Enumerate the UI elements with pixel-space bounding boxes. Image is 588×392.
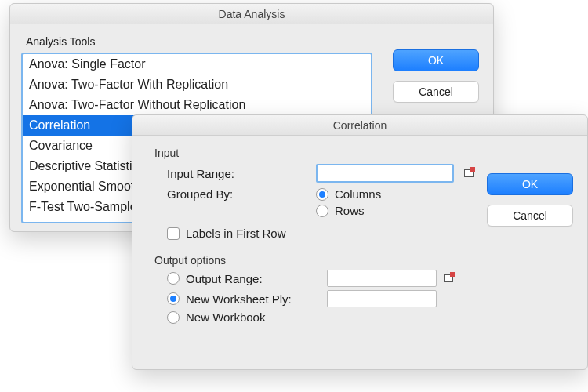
- ok-button[interactable]: OK: [487, 173, 573, 195]
- dialog-title: Data Analysis: [10, 4, 493, 24]
- labels-first-row-checkbox[interactable]: [167, 227, 180, 240]
- new-worksheet-label: New Worksheet Ply:: [186, 292, 321, 306]
- input-range-field[interactable]: [316, 164, 454, 183]
- output-range-label: Output Range:: [186, 272, 321, 285]
- new-workbook-label: New Workbook: [186, 310, 265, 324]
- cancel-button[interactable]: Cancel: [393, 81, 479, 103]
- grouped-rows-label: Rows: [335, 204, 365, 217]
- analysis-tools-label: Analysis Tools: [26, 35, 482, 48]
- new-workbook-radio[interactable]: [167, 311, 180, 324]
- analysis-tool-item[interactable]: Anova: Two-Factor With Replication: [23, 74, 371, 95]
- input-range-label: Input Range:: [167, 167, 308, 180]
- analysis-tool-item[interactable]: Anova: Two-Factor Without Replication: [23, 95, 371, 115]
- range-picker-icon[interactable]: [462, 166, 476, 180]
- grouped-columns-label: Columns: [335, 187, 381, 201]
- correlation-dialog: Correlation Input Input Range: Grouped B…: [132, 114, 588, 370]
- output-range-field[interactable]: [327, 270, 437, 287]
- labels-first-row-label: Labels in First Row: [186, 227, 286, 240]
- output-section-label: Output options: [154, 254, 576, 267]
- new-worksheet-field[interactable]: [327, 290, 437, 307]
- output-range-radio[interactable]: [167, 272, 180, 285]
- new-worksheet-radio[interactable]: [167, 292, 180, 305]
- cancel-button[interactable]: Cancel: [487, 205, 573, 227]
- input-section-label: Input: [154, 147, 576, 159]
- ok-button[interactable]: OK: [393, 49, 479, 71]
- grouped-rows-radio[interactable]: [316, 205, 328, 217]
- dialog-title: Correlation: [132, 115, 587, 136]
- range-picker-icon[interactable]: [441, 271, 456, 285]
- analysis-tool-item[interactable]: Anova: Single Factor: [23, 54, 371, 74]
- grouped-columns-radio[interactable]: [316, 188, 328, 201]
- grouped-by-label: Grouped By:: [167, 187, 308, 201]
